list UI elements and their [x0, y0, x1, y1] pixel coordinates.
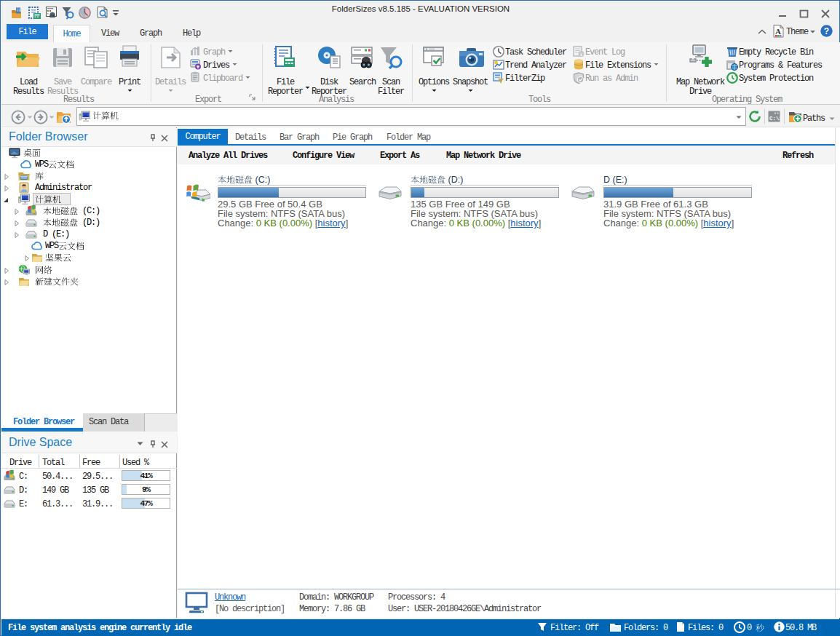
svg-text:A: A	[775, 27, 781, 36]
svg-text:i: i	[581, 52, 582, 57]
svg-text:?: ?	[824, 26, 829, 36]
svg-text:C:\>: C:\>	[769, 116, 780, 122]
